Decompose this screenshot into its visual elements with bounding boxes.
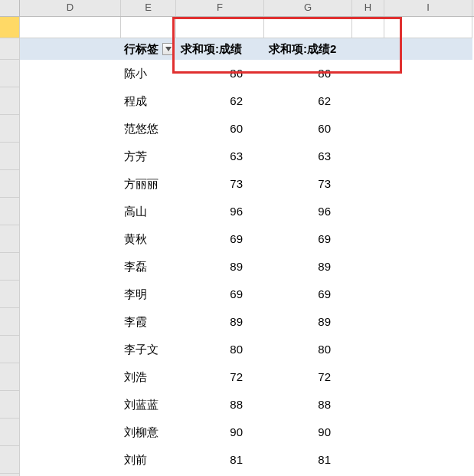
pivot-value-2[interactable]: 69	[264, 281, 352, 308]
row-header[interactable]	[0, 143, 20, 170]
column-header-H[interactable]: H	[352, 0, 384, 16]
pivot-value-1[interactable]: 80	[176, 336, 264, 363]
cell[interactable]	[384, 336, 472, 363]
cell[interactable]	[20, 446, 121, 474]
cell[interactable]	[352, 363, 384, 391]
pivot-row-label[interactable]: 刘柳意	[121, 419, 176, 446]
row-header[interactable]	[0, 391, 20, 419]
column-header-D[interactable]: D	[20, 0, 121, 16]
pivot-value-2[interactable]: 69	[264, 225, 352, 253]
pivot-value-1[interactable]: 69	[176, 281, 264, 308]
pivot-value-2[interactable]: 62	[264, 87, 352, 115]
cell[interactable]	[352, 446, 384, 474]
pivot-row-label[interactable]: 方芳	[121, 143, 176, 170]
cell[interactable]	[20, 419, 121, 446]
select-all-corner[interactable]	[0, 0, 20, 16]
cell[interactable]	[20, 143, 121, 170]
row-header[interactable]	[0, 253, 20, 281]
pivot-row-label[interactable]: 陈小	[121, 60, 176, 87]
pivot-row-label[interactable]: 刘蓝蓝	[121, 391, 176, 419]
pivot-value-2[interactable]: 81	[264, 446, 352, 474]
cell[interactable]	[20, 17, 121, 38]
pivot-row-label[interactable]: 刘前	[121, 446, 176, 474]
column-header-G[interactable]: G	[264, 0, 352, 16]
pivot-row-label-header[interactable]: 行标签	[121, 38, 176, 60]
filter-dropdown-button[interactable]	[162, 43, 175, 55]
pivot-row-label[interactable]: 黄秋	[121, 225, 176, 253]
pivot-value-2[interactable]: 88	[264, 391, 352, 419]
cell[interactable]	[20, 60, 121, 87]
row-header[interactable]	[0, 17, 20, 38]
row-header[interactable]	[0, 336, 20, 363]
cell[interactable]	[20, 225, 121, 253]
cell[interactable]	[20, 38, 121, 60]
cell[interactable]	[384, 225, 472, 253]
row-header[interactable]	[0, 363, 20, 391]
pivot-value-2[interactable]: 80	[264, 336, 352, 363]
cell[interactable]	[20, 170, 121, 198]
row-header[interactable]	[0, 446, 20, 474]
cell[interactable]	[384, 17, 472, 38]
cell[interactable]	[20, 115, 121, 143]
pivot-row-label[interactable]: 程成	[121, 87, 176, 115]
cell[interactable]	[352, 281, 384, 308]
cell[interactable]	[352, 87, 384, 115]
row-header[interactable]	[0, 281, 20, 308]
row-header[interactable]	[0, 308, 20, 336]
pivot-value-1[interactable]: 89	[176, 253, 264, 281]
cell[interactable]	[384, 198, 472, 225]
cell[interactable]	[384, 87, 472, 115]
pivot-value-2[interactable]: 86	[264, 60, 352, 87]
cell[interactable]	[352, 198, 384, 225]
cell[interactable]	[20, 336, 121, 363]
cell[interactable]	[121, 17, 176, 38]
pivot-value-header-2[interactable]: 求和项:成绩2	[264, 38, 352, 60]
pivot-value-1[interactable]: 86	[176, 60, 264, 87]
pivot-row-label[interactable]: 范悠悠	[121, 115, 176, 143]
pivot-value-1[interactable]: 73	[176, 170, 264, 198]
pivot-value-2[interactable]: 72	[264, 363, 352, 391]
pivot-value-1[interactable]: 90	[176, 419, 264, 446]
cell[interactable]	[264, 17, 352, 38]
pivot-row-label[interactable]: 李霞	[121, 308, 176, 336]
cell[interactable]	[352, 170, 384, 198]
cell[interactable]	[384, 363, 472, 391]
pivot-value-1[interactable]: 88	[176, 391, 264, 419]
row-header[interactable]	[0, 170, 20, 198]
pivot-value-1[interactable]: 72	[176, 363, 264, 391]
cell[interactable]	[384, 281, 472, 308]
pivot-value-1[interactable]: 81	[176, 446, 264, 474]
cell[interactable]	[176, 17, 264, 38]
pivot-row-label[interactable]: 高山	[121, 198, 176, 225]
pivot-row-label[interactable]: 李明	[121, 281, 176, 308]
pivot-value-1[interactable]: 63	[176, 143, 264, 170]
pivot-value-1[interactable]: 69	[176, 225, 264, 253]
cell[interactable]	[20, 198, 121, 225]
pivot-value-1[interactable]: 96	[176, 198, 264, 225]
cell[interactable]	[384, 170, 472, 198]
cell[interactable]	[384, 143, 472, 170]
pivot-value-1[interactable]: 62	[176, 87, 264, 115]
cell[interactable]	[20, 253, 121, 281]
pivot-row-label[interactable]: 方丽丽	[121, 170, 176, 198]
pivot-row-label[interactable]: 李子文	[121, 336, 176, 363]
row-header[interactable]	[0, 225, 20, 253]
cell[interactable]	[352, 225, 384, 253]
cell[interactable]	[20, 87, 121, 115]
row-header[interactable]	[0, 38, 20, 60]
pivot-value-2[interactable]: 60	[264, 115, 352, 143]
cell[interactable]	[384, 253, 472, 281]
cell[interactable]	[352, 17, 384, 38]
row-header[interactable]	[0, 419, 20, 446]
row-header[interactable]	[0, 60, 20, 87]
cell[interactable]	[352, 419, 384, 446]
cell[interactable]	[352, 38, 384, 60]
column-header-F[interactable]: F	[176, 0, 264, 16]
cell[interactable]	[352, 143, 384, 170]
cell[interactable]	[352, 308, 384, 336]
pivot-value-2[interactable]: 96	[264, 198, 352, 225]
cell[interactable]	[384, 446, 472, 474]
cell[interactable]	[20, 308, 121, 336]
cell[interactable]	[384, 308, 472, 336]
row-header[interactable]	[0, 198, 20, 225]
